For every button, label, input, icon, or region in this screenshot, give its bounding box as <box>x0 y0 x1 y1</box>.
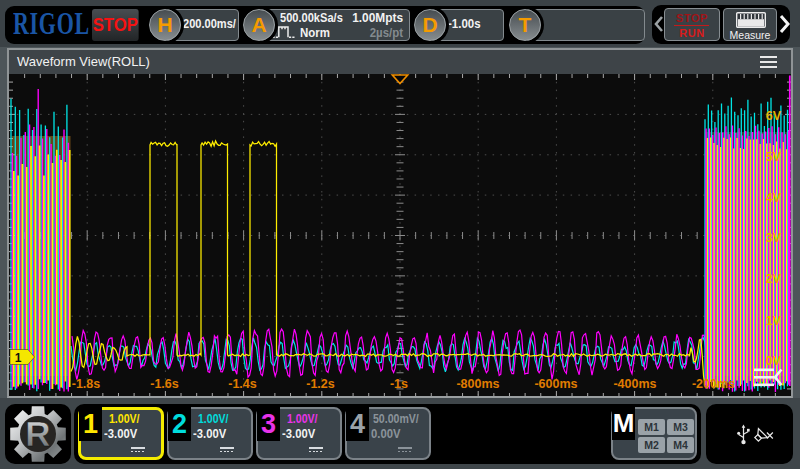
svg-text:5V: 5V <box>766 150 782 164</box>
svg-text:-1.8s: -1.8s <box>72 377 101 391</box>
svg-text:2V: 2V <box>766 272 782 286</box>
svg-text:0V: 0V <box>766 354 782 368</box>
svg-text:4V: 4V <box>766 191 782 205</box>
svg-text:3V: 3V <box>766 231 782 245</box>
svg-text:-1.6s: -1.6s <box>150 377 179 391</box>
svg-text:-1.2s: -1.2s <box>306 377 335 391</box>
svg-text:-600ms: -600ms <box>534 377 577 391</box>
svg-text:-200ms: -200ms <box>692 377 735 391</box>
svg-text:R: R <box>25 414 50 453</box>
svg-text:1: 1 <box>15 351 22 365</box>
svg-text:-400ms: -400ms <box>613 377 656 391</box>
svg-text:-800ms: -800ms <box>456 377 499 391</box>
svg-text:1V: 1V <box>766 314 782 328</box>
svg-text:6V: 6V <box>766 109 782 123</box>
svg-text:-1.4s: -1.4s <box>228 377 257 391</box>
svg-text:-1s: -1s <box>390 377 408 391</box>
